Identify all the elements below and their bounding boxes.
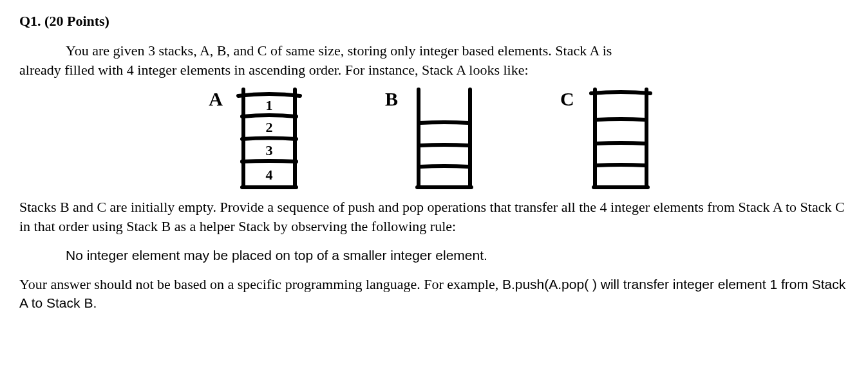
question-heading: Q1. (20 Points): [19, 13, 849, 30]
stack-a-val-0: 1: [265, 97, 272, 113]
stack-b-group: B: [385, 84, 483, 194]
stack-b-label: B: [385, 88, 398, 110]
paragraph-3a: Your answer should not be based on a spe…: [19, 276, 502, 292]
paragraph-1-line-1: You are given 3 stacks, A, B, and C of s…: [19, 41, 612, 60]
stacks-diagram: A 1 2 3 4 B: [19, 84, 849, 194]
stack-a-val-2: 3: [265, 142, 272, 158]
stack-b-drawing: [406, 84, 483, 194]
paragraph-2: Stacks B and C are initially empty. Prov…: [19, 198, 849, 236]
stack-a-val-3: 4: [265, 167, 272, 183]
rule-text: No integer element may be placed on top …: [66, 248, 849, 263]
stack-c-drawing: [582, 84, 659, 194]
stack-a-label: A: [209, 88, 223, 110]
stack-a-group: A 1 2 3 4: [209, 84, 308, 194]
paragraph-3: Your answer should not be based on a spe…: [19, 275, 849, 313]
paragraph-1: You are given 3 stacks, A, B, and C of s…: [19, 41, 849, 79]
stack-a-drawing: 1 2 3 4: [231, 84, 308, 194]
paragraph-1-line-2: already filled with 4 integer elements i…: [19, 62, 529, 78]
stack-c-label: C: [560, 88, 574, 110]
stack-a-val-1: 2: [265, 119, 272, 135]
stack-c-group: C: [560, 84, 659, 194]
